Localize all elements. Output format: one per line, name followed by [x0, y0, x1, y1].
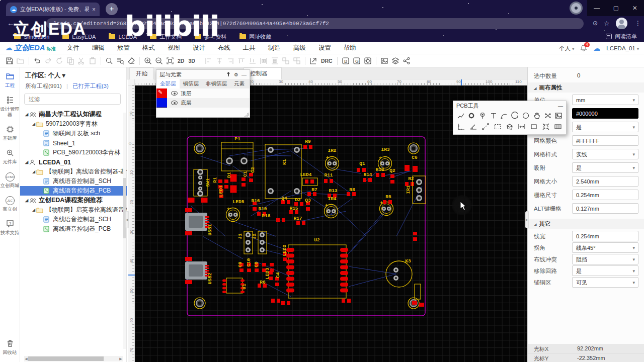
pin-icon[interactable]	[226, 72, 231, 77]
measure-icon[interactable]	[480, 122, 491, 131]
arc-3pt-icon[interactable]	[511, 111, 520, 120]
rect-icon[interactable]	[529, 122, 539, 131]
menu-视图[interactable]: 视图	[168, 44, 180, 52]
browser-profile-avatar[interactable]	[616, 18, 627, 29]
property-select[interactable]: 是▾	[572, 265, 638, 276]
dashed-rect-icon[interactable]	[493, 122, 503, 131]
back-button[interactable]: ←	[7, 19, 15, 27]
tree-caret-icon[interactable]: ◢	[24, 160, 29, 164]
property-select[interactable]: 是▾	[572, 162, 638, 173]
layer-visibility-eye-icon[interactable]	[171, 101, 178, 105]
menu-工具[interactable]: 工具	[243, 44, 256, 52]
rail-item-技术支持[interactable]: ?技术支持	[0, 220, 20, 235]
origin-icon[interactable]	[541, 122, 551, 131]
tree-item[interactable]: ◢立创EDA课程案例推荐	[20, 196, 127, 205]
section-header-画布属性[interactable]: 画布属性	[528, 82, 644, 93]
tree-item[interactable]: 离线语音控制器_PCB	[20, 224, 127, 234]
board-target-icon[interactable]	[362, 56, 373, 66]
toolbar-drc-button[interactable]: DRC	[319, 58, 335, 64]
bookmark-item[interactable]: EasyEDA	[62, 34, 96, 40]
layer-row[interactable]: 底层	[156, 98, 250, 108]
project-panel-vscrollbar[interactable]	[123, 113, 126, 349]
spacing-icon[interactable]	[517, 122, 527, 131]
layer-color-swatch[interactable]	[156, 98, 167, 108]
property-input[interactable]: 2.540mm	[572, 176, 638, 187]
property-select[interactable]: 是▾	[572, 122, 638, 132]
browser-menu-icon[interactable]: ⋮	[635, 20, 641, 27]
menu-格式[interactable]: 格式	[142, 44, 155, 52]
address-bar[interactable]: lceda.cn/editor#id=268890d02fd45ac892051…	[46, 18, 584, 29]
photo-icon[interactable]	[379, 56, 390, 66]
search-icon[interactable]	[104, 56, 115, 66]
project-filter-input[interactable]	[24, 94, 121, 105]
menu-高级[interactable]: 高级	[293, 44, 306, 52]
panelize-icon[interactable]	[553, 122, 563, 131]
rail-item-基础库[interactable]: 基础库	[0, 125, 20, 141]
project-panel-hscrollbar[interactable]: ◀ ▶	[24, 356, 123, 361]
workspace-selector[interactable]: 工作区: 个人 ▾	[25, 71, 65, 80]
layers-panel-titlebar[interactable]: 层与元素 ⚙ —	[156, 70, 250, 79]
rail-item-工程[interactable]: 工程	[0, 72, 20, 88]
window-maximize-button[interactable]: ▢	[613, 5, 619, 12]
all-projects-link[interactable]: 所有工程(991)	[25, 83, 62, 89]
browser-tab[interactable]: ☁ 立创EDA(标准版) - 免费、易用 ×	[6, 3, 100, 16]
scroll-right-arrow-icon[interactable]: ▶	[119, 357, 123, 361]
undo-icon[interactable]	[32, 56, 43, 66]
panel-resize-handle[interactable]	[245, 112, 249, 117]
layer-visibility-eye-icon[interactable]	[171, 91, 178, 96]
layer-color-swatch[interactable]	[156, 108, 167, 108]
bookmark-item[interactable]: 参考资料	[195, 33, 226, 41]
property-input[interactable]: #FFFFFF	[572, 135, 638, 146]
toolbar-3d-button[interactable]: 3D	[186, 58, 197, 64]
property-select[interactable]: 线条45°▾	[572, 242, 638, 253]
text-icon[interactable]	[489, 111, 498, 120]
rail-item-元件库[interactable]: 元件库	[0, 149, 20, 164]
tools-minimize-icon[interactable]: —	[558, 103, 563, 109]
layer-color-swatch[interactable]: ✎	[156, 88, 167, 98]
tree-item[interactable]: ◢5907120003李青林	[20, 119, 127, 129]
layers-icon[interactable]	[390, 56, 401, 66]
menu-帮助[interactable]: 帮助	[344, 44, 356, 52]
via-icon[interactable]	[478, 111, 487, 120]
zoom-in-icon[interactable]	[142, 56, 153, 66]
layer-row[interactable]: 顶层丝印层	[156, 108, 250, 108]
tree-caret-icon[interactable]: ◢	[31, 122, 36, 126]
property-select[interactable]: mm▾	[572, 95, 638, 105]
menu-放置[interactable]: 放置	[117, 44, 130, 52]
tree-item[interactable]: PCB_5907120003李青林	[20, 148, 127, 157]
layers-tab-非铜箔层[interactable]: 非铜箔层	[202, 79, 230, 88]
new-tab-button[interactable]: +	[106, 3, 118, 15]
tree-caret-icon[interactable]: ◢	[31, 169, 36, 174]
layer-row[interactable]: ✎顶层	[156, 88, 250, 98]
window-close-button[interactable]: ✕	[632, 5, 637, 12]
reading-list-button[interactable]: 阅读清单	[606, 33, 637, 40]
menu-文件[interactable]: 文件	[67, 44, 79, 52]
property-input[interactable]: 0.127mm	[572, 203, 638, 214]
arc-icon[interactable]	[500, 111, 509, 120]
board-b-icon[interactable]: B	[340, 56, 351, 66]
property-input[interactable]: 0.254mm	[572, 190, 638, 200]
circle-icon[interactable]	[522, 111, 531, 120]
tree-item[interactable]: ◢LCEDA_01	[20, 157, 127, 167]
drag-icon[interactable]	[532, 111, 541, 120]
scrollbar-thumb[interactable]	[28, 356, 104, 361]
bookmark-item[interactable]: 工作文档	[150, 33, 182, 41]
menu-编辑[interactable]: 编辑	[92, 44, 105, 52]
import-icon[interactable]	[308, 56, 319, 66]
rail-item-嘉立创[interactable]: JLC嘉立创	[0, 196, 20, 212]
layers-settings-gear-icon[interactable]: ⚙	[234, 72, 238, 77]
find-replace-icon[interactable]	[115, 56, 126, 66]
layers-tab-元素[interactable]: 元素	[230, 79, 248, 88]
personal-menu[interactable]: 个人 ▾	[559, 45, 574, 52]
layers-tab-铜箔层[interactable]: 铜箔层	[180, 79, 203, 88]
tab-close-icon[interactable]: ×	[92, 6, 96, 13]
tree-item[interactable]: ◢【物联网】启英泰伦离线语音控制器 - V2.0	[20, 205, 127, 215]
menu-设计[interactable]: 设计	[193, 44, 205, 52]
menu-制造[interactable]: 制造	[268, 44, 281, 52]
bookmark-item[interactable]: 网址收藏	[239, 33, 271, 41]
username-menu[interactable]: LCEDA_01 ▾	[606, 45, 639, 51]
tree-caret-icon[interactable]: ◢	[31, 208, 36, 212]
board-g-icon[interactable]: G	[351, 56, 362, 66]
eraser-icon[interactable]	[126, 56, 137, 66]
section-header-其它[interactable]: 其它	[528, 219, 644, 229]
